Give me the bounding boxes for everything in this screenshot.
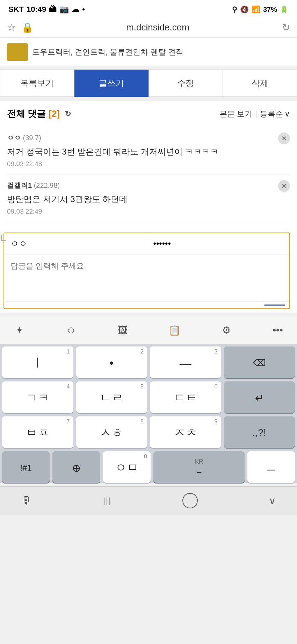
comment-score: (222.98) [34, 181, 60, 189]
view-body-link[interactable]: 본문 보기 [219, 109, 252, 119]
status-right: ⚲ 🔇 📶 37% 🔋 [232, 5, 289, 14]
mute-icon: 🔇 [240, 5, 249, 14]
carrier-label: SKT [8, 5, 24, 14]
dot-icon: • [82, 5, 85, 14]
comments-refresh-icon[interactable]: ↻ [65, 109, 71, 119]
reply-username-input[interactable] [4, 233, 147, 254]
sort-dropdown[interactable]: 등록순 ∨ [260, 109, 290, 119]
reply-indicator-icon: L [0, 232, 6, 244]
clipboard-icon[interactable]: 📋 [166, 321, 183, 339]
comment-close-button[interactable]: ✕ [278, 180, 290, 192]
kr-space-key[interactable]: KR ⌣ [153, 451, 245, 483]
keyboard: 1 ㅣ 2 • 3 — ⌫ 4 ㄱㅋ 5 ㄴㄹ 6 ㄷㅌ ↵ 7 ㅂ [0, 344, 297, 483]
cloud-icon: ☁ [72, 5, 79, 14]
key-sh[interactable]: 8 ㅅㅎ [76, 416, 147, 448]
backspace-key[interactable]: ⌫ [224, 346, 295, 378]
punct-key[interactable]: .,?! [224, 416, 295, 448]
reply-section: L [0, 229, 297, 313]
photo-icon: 🏔 [49, 5, 57, 14]
more-icon[interactable]: ••• [269, 321, 287, 339]
sort-chevron-icon: ∨ [284, 109, 290, 119]
refresh-icon[interactable]: ↻ [282, 22, 290, 33]
wifi-icon: 📶 [252, 5, 260, 14]
content-title: 토우트랙터, 견인트럭, 물류견인차 렌탈 견적 [32, 47, 183, 57]
reply-underline [264, 305, 285, 306]
comment-time: 09.03 22:48 [7, 160, 290, 168]
comment-item: ㅇㅇ (39.7) 저거 정국이는 3번 받은건데 뭐라노 개저씨년이 ㅋㅋㅋㅋ… [7, 127, 290, 174]
list-view-button[interactable]: 목록보기 [0, 70, 74, 97]
comments-title: 전체 댓글 [2] ↻ [7, 108, 71, 120]
content-preview: 토우트랙터, 견인트럭, 물류견인차 렌탈 견적 [0, 38, 297, 67]
keyboard-row-4: !#1 ⊕ 0 ㅇㅁ KR ⌣ ㅡ [2, 451, 295, 483]
nav-bar: 🎙 ||| ∨ [0, 486, 297, 515]
keyboard-row-2: 4 ㄱㅋ 5 ㄴㄹ 6 ㄷㅌ ↵ [2, 381, 295, 413]
comment-score: (39.7) [23, 134, 41, 142]
star-icon[interactable]: ☆ [7, 22, 16, 33]
reply-form [3, 232, 290, 309]
home-icon[interactable] [182, 493, 198, 508]
write-button[interactable]: 글쓰기 [74, 70, 149, 97]
comment-close-button[interactable]: ✕ [278, 133, 290, 144]
key-3[interactable]: 3 — [150, 346, 221, 378]
action-buttons: 목록보기 글쓰기 수정 삭제 [0, 70, 297, 97]
key-jc[interactable]: 9 ㅈㅊ [150, 416, 221, 448]
sparkle-icon[interactable]: ✦ [10, 321, 28, 339]
comments-header: 전체 댓글 [2] ↻ 본문 보기 | 등록순 ∨ [7, 108, 290, 120]
comment-time: 09.03 22:49 [7, 208, 290, 215]
sort-label: 등록순 [260, 109, 283, 119]
comments-right: 본문 보기 | 등록순 ∨ [219, 109, 290, 119]
key-om[interactable]: 0 ㅇㅁ [103, 451, 151, 483]
comment-body: 저거 정국이는 3번 받은건데 뭐라노 개저씨년이 ㅋㅋㅋㅋ [7, 145, 290, 158]
comment-body: 방탄멤은 저기서 3관왕도 하던데 [7, 193, 290, 206]
comment-count: [2] [49, 108, 60, 119]
divider: | [255, 109, 257, 119]
comment-meta: 걸갤러1 (222.98) [7, 181, 290, 190]
keyboard-toolbar: ✦ ☺ 🖼 📋 ⚙ ••• [0, 316, 297, 344]
comment-item: 걸갤러1 (222.98) 방탄멤은 저기서 3관왕도 하던데 09.03 22… [7, 174, 290, 222]
reply-form-row [4, 233, 289, 255]
comment-username: 걸갤러1 [7, 181, 32, 189]
reply-footer [4, 301, 289, 308]
battery-label: 37% [263, 6, 277, 14]
url-display[interactable]: m.dcinside.com [39, 22, 276, 33]
chevron-down-icon[interactable]: ∨ [269, 495, 276, 507]
reply-textarea[interactable] [4, 255, 289, 300]
comments-title-text: 전체 댓글 [7, 108, 46, 120]
comments-section: 전체 댓글 [2] ↻ 본문 보기 | 등록순 ∨ ㅇㅇ (39.7) 저거 정… [0, 101, 297, 229]
keyboard-row-1: 1 ㅣ 2 • 3 — ⌫ [2, 346, 295, 378]
key-nr[interactable]: 5 ㄴㄹ [76, 381, 147, 413]
edit-button[interactable]: 수정 [148, 70, 223, 97]
key-dt[interactable]: 6 ㄷㅌ [150, 381, 221, 413]
content-thumbnail [7, 43, 28, 61]
menu-icon[interactable]: ||| [103, 496, 112, 506]
key-gk[interactable]: 4 ㄱㅋ [2, 381, 73, 413]
browser-bar: ☆ 🔒 m.dcinside.com ↻ [0, 17, 297, 38]
lock-icon: 🔒 [21, 22, 34, 33]
delete-button[interactable]: 삭제 [223, 70, 297, 97]
comment-meta: ㅇㅇ (39.7) [7, 133, 290, 143]
instagram-icon: 📷 [59, 5, 69, 14]
settings-icon[interactable]: ⚙ [217, 321, 235, 339]
status-bar: SKT 10:49 🏔 📷 ☁ • ⚲ 🔇 📶 37% 🔋 [0, 0, 297, 17]
special-chars-key[interactable]: !#1 [2, 451, 50, 483]
bluetooth-icon: ⚲ [232, 5, 237, 14]
comment-username: ㅇㅇ [7, 134, 21, 142]
key-2[interactable]: 2 • [76, 346, 147, 378]
time-label: 10:49 [27, 5, 46, 14]
key-eu[interactable]: ㅡ [247, 451, 295, 483]
globe-key[interactable]: ⊕ [52, 451, 100, 483]
status-left: SKT 10:49 🏔 📷 ☁ • [8, 5, 85, 14]
enter-key[interactable]: ↵ [224, 381, 295, 413]
keyboard-row-3: 7 ㅂㅍ 8 ㅅㅎ 9 ㅈㅊ .,?! [2, 416, 295, 448]
key-1[interactable]: 1 ㅣ [2, 346, 73, 378]
emoji-icon[interactable]: ☺ [62, 321, 80, 339]
mic-icon[interactable]: 🎙 [21, 494, 32, 507]
battery-icon: 🔋 [280, 5, 289, 14]
image-icon[interactable]: 🖼 [114, 321, 131, 339]
reply-password-input[interactable] [147, 233, 290, 254]
key-bp[interactable]: 7 ㅂㅍ [2, 416, 73, 448]
